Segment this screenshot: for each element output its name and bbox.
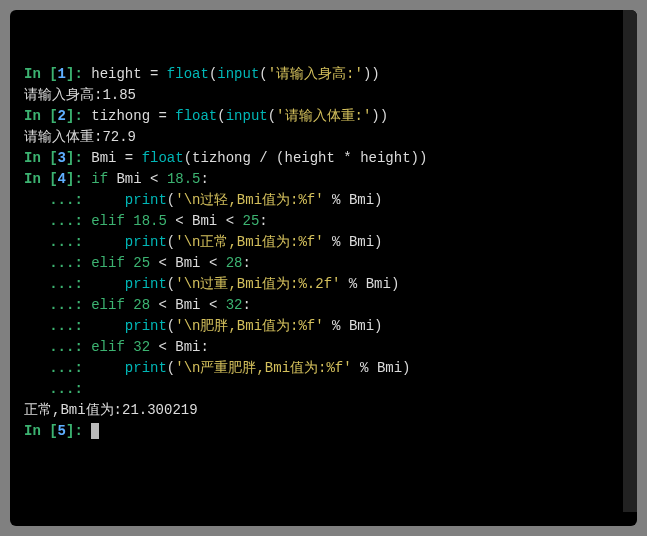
code-token [217, 297, 225, 313]
terminal-line: In [1]: height = float(input('请输入身高:')) [24, 64, 623, 85]
prompt-cont: ...: [24, 276, 91, 292]
code-token: (tizhong [184, 150, 260, 166]
prompt-num: 1 [58, 66, 66, 82]
code-token: < [226, 213, 234, 229]
prompt-post: ]: [66, 150, 91, 166]
code-token: print [125, 360, 167, 376]
code-token: ( [167, 234, 175, 250]
scrollbar-thumb[interactable] [627, 450, 633, 510]
terminal-line: ...: print('\n严重肥胖,Bmi值为:%f' % Bmi) [24, 358, 623, 379]
code-token: '\n过轻,Bmi值为:%f' [175, 192, 323, 208]
prompt-num: 2 [58, 108, 66, 124]
code-token: elif [91, 339, 125, 355]
code-token: (height [268, 150, 344, 166]
code-token: ( [167, 318, 175, 334]
code-token: elif [91, 255, 125, 271]
terminal-line: In [4]: if Bmi < 18.5: [24, 169, 623, 190]
code-token: % Bmi) [324, 192, 383, 208]
prompt-post: ]: [66, 108, 91, 124]
code-token: 18.5 [167, 171, 201, 187]
code-token [167, 108, 175, 124]
prompt-cont: ...: [24, 213, 91, 229]
prompt-cont: ...: [24, 360, 91, 376]
code-token [91, 360, 125, 376]
prompt-cont: ...: [24, 339, 91, 355]
code-token: 28 [226, 255, 243, 271]
code-token: input [217, 66, 259, 82]
code-token: '\n肥胖,Bmi值为:%f' [175, 318, 323, 334]
terminal-line: In [3]: Bmi = float(tizhong / (height * … [24, 148, 623, 169]
terminal-line: ...: elif 32 < Bmi: [24, 337, 623, 358]
code-token [125, 339, 133, 355]
scrollbar-track [625, 12, 635, 510]
code-token: height)) [352, 150, 428, 166]
terminal-line: 请输入体重:72.9 [24, 127, 623, 148]
code-token: 18.5 [133, 213, 167, 229]
code-token: : [243, 297, 251, 313]
output-text: 正常,Bmi值为:21.300219 [24, 402, 198, 418]
code-token: '请输入身高:' [268, 66, 363, 82]
terminal-line: ...: [24, 379, 623, 400]
prompt-num: 5 [58, 423, 66, 439]
code-token: elif [91, 213, 125, 229]
prompt-cont: ...: [24, 255, 91, 271]
code-token [125, 297, 133, 313]
code-token: ( [268, 108, 276, 124]
code-token [158, 66, 166, 82]
terminal-line: ...: elif 28 < Bmi < 32: [24, 295, 623, 316]
code-token: print [125, 318, 167, 334]
code-token: ( [217, 108, 225, 124]
code-token: 32 [133, 339, 150, 355]
code-token [91, 318, 125, 334]
output-text: 请输入体重:72.9 [24, 129, 136, 145]
code-token: tizhong [91, 108, 158, 124]
code-token: Bmi [184, 213, 226, 229]
code-token [167, 213, 175, 229]
code-token: Bmi [167, 255, 209, 271]
output-text: 请输入身高:1.85 [24, 87, 136, 103]
terminal-line: ...: print('\n过轻,Bmi值为:%f' % Bmi) [24, 190, 623, 211]
code-token: = [125, 150, 133, 166]
code-token: 28 [133, 297, 150, 313]
prompt-cont: ...: [24, 192, 91, 208]
prompt-in: In [ [24, 423, 58, 439]
prompt-cont: ...: [24, 381, 91, 397]
code-token: float [175, 108, 217, 124]
code-token: ( [167, 360, 175, 376]
code-token [125, 213, 133, 229]
terminal-line: 正常,Bmi值为:21.300219 [24, 400, 623, 421]
code-token [158, 171, 166, 187]
code-token [133, 150, 141, 166]
code-token: < [175, 213, 183, 229]
terminal-line: ...: print('\n正常,Bmi值为:%f' % Bmi) [24, 232, 623, 253]
prompt-in: In [ [24, 66, 58, 82]
code-token [91, 276, 125, 292]
terminal-line: ...: elif 18.5 < Bmi < 25: [24, 211, 623, 232]
code-token: % Bmi) [324, 318, 383, 334]
code-token: float [142, 150, 184, 166]
code-token: % Bmi) [340, 276, 399, 292]
code-token [91, 192, 125, 208]
prompt-post: ]: [66, 423, 91, 439]
prompt-in: In [ [24, 171, 58, 187]
scrollbar[interactable] [623, 10, 637, 512]
code-token: '\n过重,Bmi值为:%.2f' [175, 276, 340, 292]
code-token: '\n正常,Bmi值为:%f' [175, 234, 323, 250]
code-token: < [158, 255, 166, 271]
code-token: 32 [226, 297, 243, 313]
terminal-line: In [2]: tizhong = float(input('请输入体重:')) [24, 106, 623, 127]
code-token: Bmi [108, 171, 150, 187]
code-token: )) [363, 66, 380, 82]
code-token: Bmi [167, 297, 209, 313]
prompt-in: In [ [24, 150, 58, 166]
terminal[interactable]: In [1]: height = float(input('请输入身高:'))请… [10, 10, 637, 526]
code-token: Bmi: [167, 339, 209, 355]
code-token: % Bmi) [324, 234, 383, 250]
prompt-num: 4 [58, 171, 66, 187]
terminal-line: ...: elif 25 < Bmi < 28: [24, 253, 623, 274]
prompt-cont: ...: [24, 297, 91, 313]
prompt-cont: ...: [24, 318, 91, 334]
code-token: print [125, 192, 167, 208]
prompt-cont: ...: [24, 234, 91, 250]
code-token: if [91, 171, 108, 187]
